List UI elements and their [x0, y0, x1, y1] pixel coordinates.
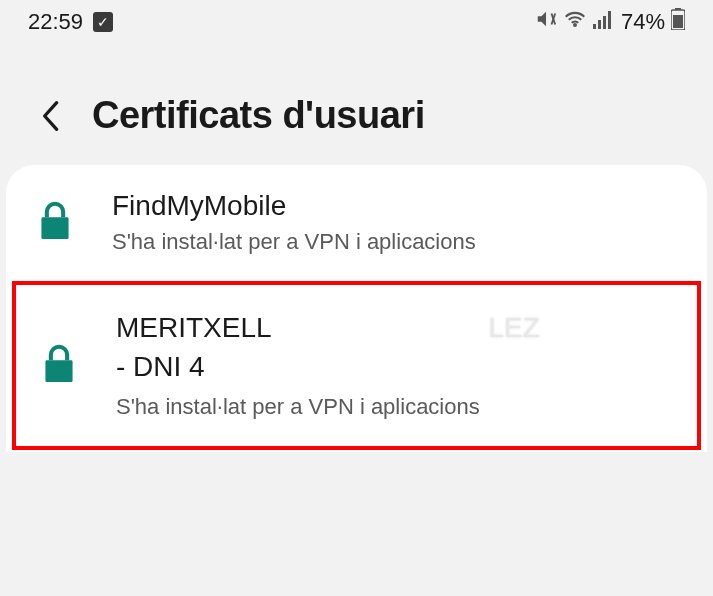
lock-icon — [42, 344, 76, 386]
status-bar: 22:59 ✓ 74% — [0, 0, 713, 44]
status-time: 22:59 — [28, 9, 83, 35]
signal-icon — [593, 9, 615, 35]
battery-pct: 74% — [621, 9, 665, 35]
status-bar-left: 22:59 ✓ — [28, 9, 113, 35]
page-header: Certificats d'usuari — [0, 44, 713, 165]
back-button[interactable] — [36, 102, 64, 130]
certificate-subtitle: S'ha instal·lat per a VPN i aplicacions — [116, 394, 671, 420]
svg-rect-2 — [593, 24, 596, 29]
certificate-title-line2: - DNI 4 — [116, 350, 671, 384]
certificate-name-visible: MERITXELL — [116, 312, 271, 343]
certificate-title: MERITXELL LEZ — [116, 311, 671, 345]
check-icon: ✓ — [93, 12, 113, 32]
redacted-suffix: LEZ — [488, 312, 539, 343]
certificate-list: FindMyMobile S'ha instal·lat per a VPN i… — [6, 165, 707, 452]
certificate-item-findmymobile[interactable]: FindMyMobile S'ha instal·lat per a VPN i… — [6, 165, 707, 279]
redacted-text — [278, 312, 480, 343]
mute-icon — [535, 8, 557, 36]
certificate-text: MERITXELL LEZ - DNI 4 S'ha instal·lat pe… — [116, 311, 671, 420]
dni-prefix: - DNI 4 — [116, 351, 205, 382]
svg-rect-10 — [45, 360, 72, 382]
svg-rect-4 — [603, 16, 606, 29]
certificate-title: FindMyMobile — [112, 189, 675, 223]
svg-rect-5 — [608, 11, 611, 29]
svg-rect-8 — [673, 15, 683, 28]
chevron-left-icon — [39, 100, 61, 132]
certificate-text: FindMyMobile S'ha instal·lat per a VPN i… — [112, 189, 675, 255]
battery-icon — [671, 8, 685, 36]
wifi-icon — [563, 9, 587, 35]
page-title: Certificats d'usuari — [92, 94, 425, 137]
svg-rect-9 — [41, 217, 68, 239]
certificate-item-meritxell[interactable]: MERITXELL LEZ - DNI 4 S'ha instal·lat pe… — [12, 281, 701, 450]
certificate-subtitle: S'ha instal·lat per a VPN i aplicacions — [112, 229, 675, 255]
status-bar-right: 74% — [535, 8, 685, 36]
svg-rect-3 — [598, 20, 601, 29]
lock-icon — [38, 201, 72, 243]
